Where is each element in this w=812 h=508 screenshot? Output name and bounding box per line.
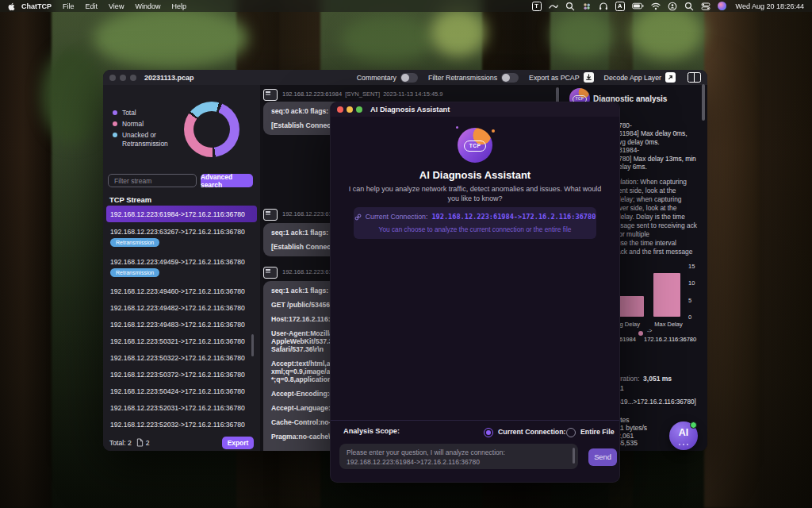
filter-stream-input[interactable] <box>108 174 197 187</box>
modal-close-button[interactable] <box>337 106 343 113</box>
stream-sidebar: Total Normal Unacked or Retransmission A… <box>103 85 261 451</box>
stream-row[interactable]: 192.168.12.223:52031->172.16.2.116:36780 <box>106 399 257 416</box>
stream-row[interactable]: 192.168.12.223:52032->172.16.2.116:36780 <box>106 416 257 433</box>
radio-current-connection-label[interactable]: Current Connection: <box>498 428 566 436</box>
packet-header: 192.168.12.223:61984 [SYN_SENT] 2023-11-… <box>282 90 443 98</box>
stream-row-selected[interactable]: 192.168.12.223:61984->172.16.2.116:36780 <box>106 206 257 222</box>
assistant-heading: AI Diagnosis Assistant <box>331 169 619 181</box>
user-clock-icon[interactable] <box>668 2 677 11</box>
export-pcap-button[interactable] <box>584 72 594 83</box>
stream-address: 192.168.12.223:50424->172.16.2.116:36780 <box>110 387 245 395</box>
headphones-icon[interactable] <box>599 2 608 11</box>
legend-item-normal: Normal <box>113 120 186 129</box>
search-icon[interactable] <box>684 2 694 11</box>
menu-view[interactable]: View <box>109 2 124 10</box>
menu-window[interactable]: Window <box>135 2 160 10</box>
menu-help[interactable]: Help <box>171 2 186 10</box>
y-axis-tick: 5 <box>688 297 691 304</box>
radio-current-connection[interactable] <box>484 428 493 437</box>
siri-icon[interactable] <box>718 2 726 10</box>
legend-dot <box>113 133 117 137</box>
delay-bar <box>653 273 680 317</box>
ai-assistant-fab[interactable]: AI <box>669 421 698 450</box>
legend-dot <box>113 110 117 115</box>
file-count: 2 <box>146 439 150 447</box>
commentary-control: Commentary <box>357 73 418 83</box>
legend-label: Normal <box>122 120 144 129</box>
input-source-icon[interactable]: A <box>615 2 625 11</box>
stream-address: 192.168.12.223:49483->172.16.2.116:36780 <box>110 321 245 329</box>
legend-label: Total <box>122 109 136 117</box>
window-scrollbar[interactable] <box>702 84 705 121</box>
current-connection-box: Current Connection: 192.168.12.223:61984… <box>354 207 596 239</box>
sidebar-scrollbar[interactable] <box>251 334 254 356</box>
stream-row[interactable]: 192.168.12.223:50372->172.16.2.116:36780 <box>106 366 257 383</box>
ai-fab-label: AI <box>669 427 698 438</box>
stream-address: 192.168.12.223:50321->172.16.2.116:36780 <box>110 337 245 345</box>
menu-file[interactable]: File <box>63 2 75 10</box>
textarea-scrollbar[interactable] <box>573 448 576 464</box>
modal-divider <box>331 420 619 421</box>
legend-dot <box>113 121 117 126</box>
stream-address: 192.168.12.223:63267->172.16.2.116:36780 <box>110 228 245 236</box>
t-app-icon[interactable]: T <box>532 2 542 11</box>
stream-row[interactable]: 192.168.12.223:49460->172.16.2.116:36780 <box>106 283 257 299</box>
commentary-toggle[interactable] <box>400 73 418 83</box>
zoom-button[interactable] <box>130 75 136 81</box>
send-button[interactable]: Send <box>588 448 617 466</box>
advanced-search-button[interactable]: Advanced search <box>201 174 253 187</box>
control-center-icon[interactable] <box>701 2 710 11</box>
close-button[interactable] <box>109 75 116 81</box>
menubar-clock[interactable]: Wed Aug 20 18:26:44 <box>736 2 804 10</box>
y-axis-tick: 10 <box>688 279 695 287</box>
menubar-app-name[interactable]: ChatTCP <box>21 2 52 10</box>
legend-item-total: Total <box>113 109 186 117</box>
retransmission-badge: Retransmission <box>110 268 159 277</box>
question-input[interactable] <box>339 444 578 469</box>
logo-dot <box>492 129 495 133</box>
chart-legend-arrow: -> <box>647 328 652 333</box>
stream-row[interactable]: 192.168.12.223:50424->172.16.2.116:36780 <box>106 383 257 399</box>
stream-row[interactable]: 192.168.12.223:63267->172.16.2.116:36780… <box>106 222 257 252</box>
menu-edit[interactable]: Edit <box>86 2 98 10</box>
filter-retransmissions-toggle[interactable] <box>501 73 519 83</box>
radio-entire-file[interactable] <box>566 428 576 437</box>
modal-zoom-button[interactable] <box>356 106 362 113</box>
stream-address: 192.168.12.223:52032->172.16.2.116:36780 <box>110 421 245 429</box>
swoosh-icon[interactable] <box>549 2 558 11</box>
stream-address: 192.168.12.223:49460->172.16.2.116:36780 <box>110 287 245 295</box>
link-icon <box>354 214 362 221</box>
modal-minimize-button[interactable] <box>347 106 353 113</box>
stream-address: 192.168.12.223:50372->172.16.2.116:36780 <box>110 371 245 379</box>
file-icon <box>136 438 144 447</box>
wifi-icon[interactable] <box>651 2 661 11</box>
commentary-label: Commentary <box>357 74 396 82</box>
apple-menu-icon[interactable] <box>8 2 16 11</box>
export-button[interactable]: Export <box>222 437 254 449</box>
online-status-dot <box>690 421 697 429</box>
color-dots-icon[interactable] <box>582 2 592 11</box>
sidebar-toggle-icon[interactable] <box>688 72 701 83</box>
stat-duration: uration: 3,051 ms <box>617 375 672 383</box>
connection-value: 192.168.12.223:61984->172.16.2.116:36780 <box>431 213 596 221</box>
stream-address: 192.168.12.223:49459->172.16.2.116:36780 <box>110 258 245 266</box>
stream-row[interactable]: 192.168.12.223:49483->172.16.2.116:36780 <box>106 316 257 333</box>
logo-dot <box>456 126 458 129</box>
window-titlebar: 20231113.pcap Commentary Filter Retransm… <box>103 70 707 85</box>
battery-icon[interactable] <box>632 2 644 10</box>
ai-fab-dots <box>669 444 698 445</box>
analysis-scope-label: Analysis Scope: <box>343 427 400 435</box>
stream-row[interactable]: 192.168.12.223:49459->172.16.2.116:36780… <box>106 252 257 283</box>
tcp-stream-list-title: TCP Stream <box>109 195 151 204</box>
loupe-icon[interactable] <box>565 2 575 11</box>
radio-entire-file-label[interactable]: Entire File <box>580 428 615 436</box>
ai-assistant-logo-icon: TCP <box>458 128 492 163</box>
stream-row[interactable]: 192.168.12.223:49482->172.16.2.116:36780 <box>106 299 257 316</box>
toggle-knob <box>502 74 510 82</box>
toggle-knob <box>401 74 409 82</box>
stream-row[interactable]: 192.168.12.223:50322->172.16.2.116:36780 <box>106 349 257 366</box>
stream-row[interactable]: 192.168.12.223:50321->172.16.2.116:36780 <box>106 333 257 349</box>
bar-label-max-delay: Max Delay <box>652 321 685 328</box>
minimize-button[interactable] <box>120 75 126 81</box>
decode-app-layer-button[interactable] <box>665 72 676 83</box>
